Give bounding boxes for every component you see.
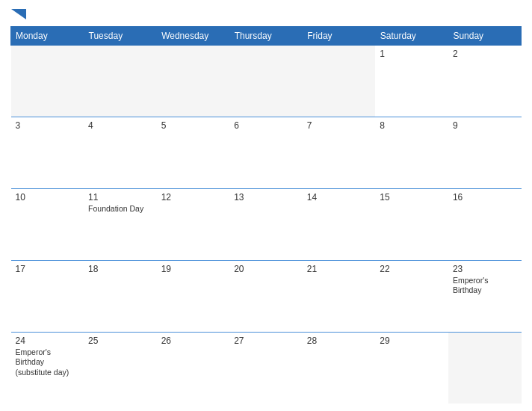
day-number: 24 [16, 336, 80, 346]
day-cell: 1 [375, 46, 448, 117]
day-number: 19 [161, 264, 226, 274]
day-number: 8 [380, 120, 444, 131]
day-cell: 15 [375, 188, 448, 260]
day-number: 28 [307, 336, 371, 346]
day-header-saturday: Saturday [375, 27, 448, 46]
day-number: 25 [88, 336, 152, 346]
day-header-wednesday: Wednesday [157, 27, 230, 46]
day-event: Emperor's Birthday [453, 276, 517, 296]
day-header-monday: Monday [11, 27, 84, 46]
day-cell: 23Emperor's Birthday [448, 260, 522, 332]
day-cell: 17 [11, 260, 84, 332]
day-cell: 3 [11, 117, 84, 188]
calendar-page: MondayTuesdayWednesdayThursdayFridaySatu… [0, 0, 532, 411]
day-cell: 2 [448, 46, 522, 117]
day-number: 23 [453, 264, 517, 274]
day-number: 22 [380, 264, 444, 274]
day-cell: 12 [157, 188, 230, 260]
day-cell: 6 [229, 117, 303, 188]
day-cell: 29 [375, 332, 448, 404]
calendar-header: MondayTuesdayWednesdayThursdayFridaySatu… [11, 27, 522, 46]
day-cell: 21 [303, 260, 376, 332]
logo-flag-icon [11, 9, 26, 19]
day-cell: 25 [84, 332, 157, 404]
day-number: 9 [453, 120, 517, 131]
day-number: 27 [234, 336, 298, 346]
day-cell [448, 332, 522, 404]
day-number: 21 [307, 264, 371, 274]
day-cell: 19 [157, 260, 230, 332]
day-cell: 14 [303, 188, 376, 260]
day-cell [157, 46, 230, 117]
logo [10, 9, 26, 20]
day-header-tuesday: Tuesday [84, 27, 157, 46]
week-row: 12 [11, 46, 522, 117]
day-header-friday: Friday [303, 27, 376, 46]
day-number: 10 [16, 192, 80, 203]
day-header-sunday: Sunday [448, 27, 522, 46]
day-cell: 24Emperor's Birthday(substitute day) [11, 332, 84, 404]
week-row: 24Emperor's Birthday(substitute day)2526… [11, 332, 522, 404]
calendar-table: MondayTuesdayWednesdayThursdayFridaySatu… [10, 26, 522, 404]
day-cell [11, 46, 84, 117]
day-number: 11 [88, 192, 152, 203]
day-cell: 7 [303, 117, 376, 188]
week-row: 17181920212223Emperor's Birthday [11, 260, 522, 332]
day-number: 1 [380, 49, 444, 59]
day-cell [303, 46, 376, 117]
day-number: 12 [161, 192, 226, 203]
day-cell: 5 [157, 117, 230, 188]
header [10, 9, 522, 20]
day-cell: 20 [229, 260, 303, 332]
day-cell: 18 [84, 260, 157, 332]
svg-marker-0 [11, 9, 26, 19]
day-cell: 27 [229, 332, 303, 404]
day-number: 13 [234, 192, 298, 203]
day-number: 18 [88, 264, 152, 274]
day-cell: 10 [11, 188, 84, 260]
days-of-week-row: MondayTuesdayWednesdayThursdayFridaySatu… [11, 27, 522, 46]
day-cell: 11Foundation Day [84, 188, 157, 260]
day-number: 29 [380, 336, 444, 346]
day-cell [229, 46, 303, 117]
day-number: 6 [234, 120, 298, 131]
day-cell: 8 [375, 117, 448, 188]
day-number: 15 [380, 192, 444, 203]
day-number: 26 [161, 336, 226, 346]
day-cell: 28 [303, 332, 376, 404]
day-number: 4 [88, 120, 152, 131]
day-header-thursday: Thursday [229, 27, 303, 46]
week-row: 3456789 [11, 117, 522, 188]
day-cell: 22 [375, 260, 448, 332]
day-event: Emperor's Birthday(substitute day) [16, 347, 80, 378]
day-number: 7 [307, 120, 371, 131]
day-cell: 16 [448, 188, 522, 260]
day-number: 17 [16, 264, 80, 274]
day-number: 14 [307, 192, 371, 203]
day-cell [84, 46, 157, 117]
day-number: 16 [453, 192, 517, 203]
day-cell: 26 [157, 332, 230, 404]
day-number: 5 [161, 120, 226, 131]
day-event: Foundation Day [88, 204, 152, 214]
day-cell: 4 [84, 117, 157, 188]
calendar-body: 1234567891011Foundation Day1213141516171… [11, 46, 522, 404]
day-number: 3 [16, 120, 80, 131]
day-cell: 13 [229, 188, 303, 260]
day-number: 20 [234, 264, 298, 274]
day-cell: 9 [448, 117, 522, 188]
week-row: 1011Foundation Day1213141516 [11, 188, 522, 260]
day-number: 2 [453, 49, 517, 59]
